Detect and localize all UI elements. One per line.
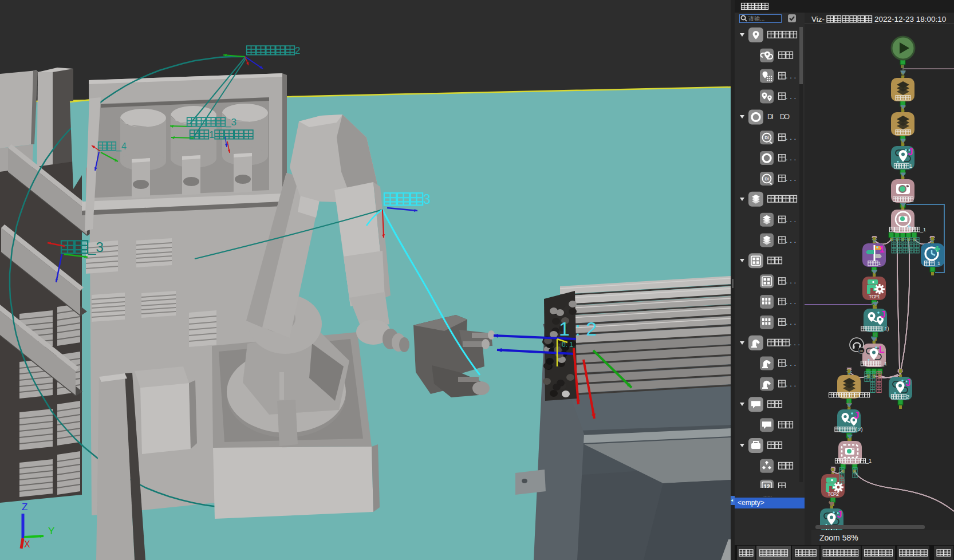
svg-text:.: .: [790, 482, 792, 488]
svg-text:.: .: [794, 72, 797, 80]
svg-text:.: .: [786, 174, 788, 183]
svg-text:.: .: [790, 380, 792, 388]
svg-text:.: .: [790, 277, 792, 285]
svg-text:.: .: [786, 482, 788, 488]
svg-text:.: .: [786, 236, 788, 244]
svg-text:DI: DI: [765, 136, 769, 140]
svg-text:.: .: [786, 215, 788, 224]
svg-text:.: .: [794, 318, 797, 326]
svg-text:DI: DI: [765, 177, 769, 181]
svg-text:4: 4: [121, 141, 127, 151]
svg-text:.: .: [786, 72, 788, 80]
svg-text:.: .: [790, 359, 792, 368]
svg-text:1: 1: [209, 129, 214, 140]
svg-text:.: .: [786, 359, 788, 368]
svg-text:1 : 2: 1 : 2: [559, 318, 597, 340]
svg-text:.: .: [794, 297, 797, 306]
svg-text:.: .: [790, 72, 792, 80]
svg-text:.: .: [794, 174, 797, 183]
svg-text:.: .: [794, 338, 796, 347]
svg-text:.: .: [794, 236, 797, 244]
svg-text:.: .: [790, 297, 792, 306]
svg-text:.: .: [794, 380, 797, 388]
svg-text:I: I: [771, 112, 774, 121]
svg-text:.: .: [794, 133, 797, 141]
svg-text:.: .: [786, 297, 788, 306]
svg-text:.: .: [786, 277, 788, 285]
svg-text:2: 2: [295, 45, 300, 56]
svg-text:.: .: [786, 380, 788, 388]
svg-text:.: .: [790, 133, 792, 141]
svg-text:.: .: [786, 92, 788, 101]
svg-text:.: .: [790, 174, 792, 183]
svg-text:3: 3: [231, 117, 236, 128]
svg-text:O: O: [784, 112, 790, 121]
svg-text:_: _: [88, 239, 96, 255]
svg-text:X: X: [24, 539, 30, 549]
svg-text:.: .: [790, 338, 792, 347]
svg-text:.: .: [794, 92, 797, 101]
svg-text:12: 12: [763, 484, 770, 488]
svg-text:2022-12-23 18:00:10: 2022-12-23 18:00:10: [874, 15, 946, 23]
svg-text:Viz-: Viz-: [811, 15, 825, 23]
svg-text:.: .: [786, 318, 788, 326]
svg-text:_: _: [225, 117, 231, 128]
svg-text:.: .: [786, 153, 788, 162]
svg-text:.: .: [790, 92, 792, 101]
svg-text:.: .: [790, 236, 792, 244]
svg-text:.: .: [790, 215, 792, 224]
svg-text:.: .: [790, 318, 792, 326]
svg-text:3: 3: [423, 192, 431, 207]
svg-text:3: 3: [96, 239, 103, 255]
svg-text:.: .: [794, 482, 797, 488]
svg-text:.: .: [786, 133, 788, 141]
svg-text:.: .: [790, 153, 792, 162]
svg-text:.: .: [794, 215, 797, 224]
svg-text:.: .: [794, 153, 797, 162]
svg-text:.: .: [794, 359, 797, 368]
svg-text:Y: Y: [48, 526, 54, 537]
svg-text:.: .: [794, 277, 797, 285]
svg-text:Z: Z: [22, 502, 27, 512]
